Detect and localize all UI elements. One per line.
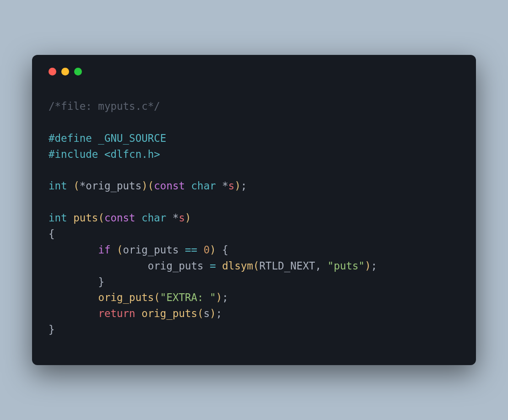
code-token [49,307,98,319]
code-token: int [49,180,67,192]
code-token: ( [197,307,204,319]
code-token: "puts" [328,260,365,272]
code-token: dlsym [222,260,253,272]
code-token: ) [210,244,216,256]
code-token: } [98,276,104,288]
code-line: } [49,274,459,290]
code-token: { [49,228,55,240]
code-token: ( [253,260,259,272]
code-token [185,180,191,192]
code-token: ( [98,212,104,224]
code-token: ) [185,212,191,224]
code-token: return [98,307,135,319]
code-token: /*file: myputs.c*/ [49,100,160,112]
code-token [67,180,74,192]
code-line: orig_puts = dlsym(RTLD_NEXT, "puts"); [49,258,459,274]
code-token: * [166,212,178,224]
code-line: { [49,226,459,242]
code-token: ; [222,291,228,303]
code-token: char [141,212,166,224]
code-token: )( [141,180,154,192]
code-token: ) [234,180,241,192]
maximize-icon[interactable] [74,68,82,75]
code-token: s [228,180,235,192]
code-token: ( [73,180,80,192]
code-token [216,260,222,272]
code-token: orig_puts [123,244,185,256]
code-block: /*file: myputs.c*/ #define _GNU_SOURCE#i… [49,98,459,338]
code-token [67,212,74,224]
code-line: /*file: myputs.c*/ [49,98,459,114]
code-token: ) [210,307,216,319]
code-token [49,244,98,256]
code-line: int (*orig_puts)(const char *s); [49,178,459,194]
code-token: "EXTRA: " [160,291,216,303]
code-token: ; [241,180,247,192]
code-token: ( [154,291,160,303]
code-line [49,114,459,130]
code-line [49,194,459,210]
code-token: int [49,212,67,224]
code-token: ; [371,260,377,272]
code-token: orig_puts [98,291,154,303]
code-token: puts [73,212,98,224]
code-token [197,244,204,256]
code-token: ) [216,291,222,303]
code-token: == [185,244,197,256]
window-controls [49,68,459,75]
code-line: orig_puts("EXTRA: "); [49,290,459,306]
code-token: ) [365,260,371,272]
code-token: * [216,180,228,192]
code-token: s [204,307,210,319]
code-token: { [222,244,228,256]
code-line: #include <dlfcn.h> [49,146,459,162]
code-token [135,307,142,319]
code-token [49,291,98,303]
code-token: ( [117,244,123,256]
code-token: = [210,260,216,272]
code-line: if (orig_puts == 0) { [49,242,459,258]
code-token: const [154,180,185,192]
code-token: } [49,323,55,335]
code-token: RTLD_NEXT, [259,260,328,272]
code-line: return orig_puts(s); [49,306,459,322]
code-line: int puts(const char *s) [49,210,459,226]
code-token: orig_puts [141,307,197,319]
code-token: #include <dlfcn.h> [49,148,160,160]
code-token [216,244,222,256]
code-line [49,162,459,178]
close-icon[interactable] [49,68,56,75]
code-line: } [49,322,459,338]
code-token [110,244,117,256]
code-token: orig_puts [49,260,210,272]
code-token: const [104,212,135,224]
code-token: #define _GNU_SOURCE [49,132,166,144]
code-token: *orig_puts [80,180,141,192]
code-token: char [191,180,216,192]
code-token: ; [216,307,222,319]
code-line: #define _GNU_SOURCE [49,130,459,146]
code-token: if [98,244,110,256]
code-window: /*file: myputs.c*/ #define _GNU_SOURCE#i… [32,55,476,365]
code-token [49,276,98,288]
code-token [135,212,142,224]
code-token: s [178,212,185,224]
code-token: 0 [204,244,210,256]
minimize-icon[interactable] [61,68,69,75]
